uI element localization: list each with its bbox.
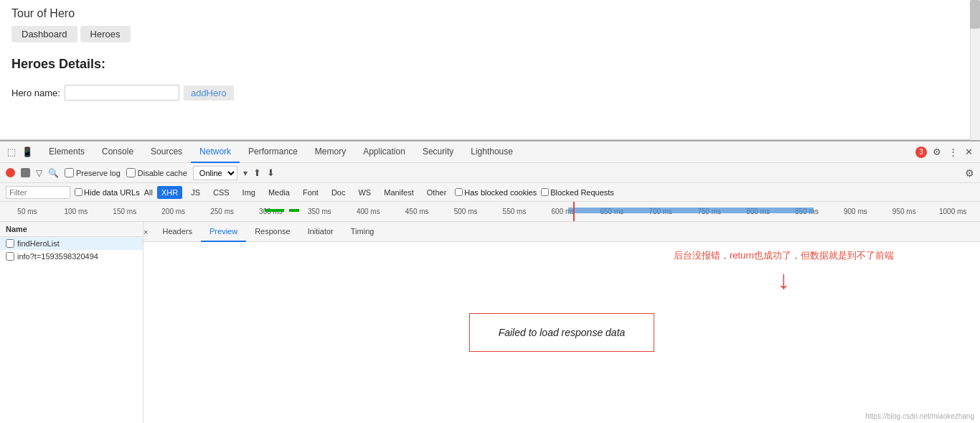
footer-url: https://blog.csdn.net/miaokezhang (865, 412, 974, 420)
tab-memory[interactable]: Memory (306, 141, 354, 163)
tl-950ms: 950 ms (880, 208, 928, 215)
devtools-panel: ⬚ 📱 Elements Console Sources Network Per… (0, 140, 980, 423)
preserve-log-checkbox[interactable] (65, 168, 74, 177)
more-icon[interactable]: ⋮ (947, 147, 958, 158)
hide-data-urls-checkbox[interactable] (75, 188, 83, 196)
preview-tab-timing[interactable]: Timing (342, 222, 383, 242)
devtools-topbar: ⬚ 📱 Elements Console Sources Network Per… (0, 141, 980, 163)
tl-300ms: 300 ms (247, 208, 296, 215)
filter-media[interactable]: Media (264, 186, 294, 199)
req-name-info: info?t=1593598320494 (17, 252, 98, 261)
request-item-info[interactable]: info?t=1593598320494 (0, 250, 143, 263)
hide-data-urls-checkbox-label: Hide data URLs (75, 188, 140, 197)
disable-cache-checkbox[interactable] (126, 168, 136, 177)
record-button[interactable] (6, 168, 15, 177)
tab-security[interactable]: Security (414, 141, 462, 163)
tab-network[interactable]: Network (191, 141, 240, 163)
preview-tab-initiator[interactable]: Initiator (299, 222, 342, 242)
scrollbar-thumb[interactable] (970, 0, 980, 29)
error-message: Failed to load response data (499, 327, 626, 338)
heroes-button[interactable]: Heroes (80, 26, 131, 42)
preview-close-icon[interactable]: × (143, 228, 148, 236)
tl-800ms: 800 ms (734, 208, 783, 215)
request-item-findherolist[interactable]: findHeroList (0, 237, 143, 250)
tab-elements[interactable]: Elements (40, 141, 93, 163)
disable-cache-label: Disable cache (126, 168, 187, 177)
preview-tab-response[interactable]: Response (246, 222, 299, 242)
preview-tabs: × Headers Preview Response Initiator Tim… (143, 222, 980, 242)
filter-other[interactable]: Other (423, 186, 451, 199)
tl-200ms: 200 ms (149, 208, 198, 215)
tl-150ms: 150 ms (100, 208, 149, 215)
devtools-left-icons: ⬚ 📱 (6, 147, 33, 158)
timeline-labels: 50 ms 100 ms 150 ms 200 ms 250 ms 300 ms… (0, 202, 980, 221)
req-name-findherolist: findHeroList (17, 239, 60, 248)
network-settings-icon[interactable]: ⚙ (965, 167, 974, 179)
dashboard-button[interactable]: Dashboard (11, 26, 77, 42)
app-title: Tour of Hero (11, 7, 969, 20)
error-badge: 3 (915, 147, 927, 158)
preview-tab-preview[interactable]: Preview (201, 222, 246, 242)
throttle-select[interactable]: Online (193, 166, 237, 180)
tl-1000ms: 1000 ms (928, 208, 977, 215)
settings-icon[interactable]: ⚙ (931, 147, 943, 158)
hero-form: Hero name: addHero (11, 85, 969, 101)
close-devtools-icon[interactable]: ✕ (963, 147, 974, 158)
devtools-right-icons: 3 ⚙ ⋮ ✕ (915, 147, 974, 158)
filter-manifest[interactable]: Manifest (380, 186, 418, 199)
preview-tab-headers[interactable]: Headers (154, 222, 201, 242)
clear-button[interactable] (21, 168, 30, 177)
upload-icon[interactable]: ⬆ (253, 167, 261, 178)
request-list-header: Name (0, 222, 143, 237)
tl-850ms: 850 ms (783, 208, 831, 215)
tl-400ms: 400 ms (344, 208, 392, 215)
scrollbar (970, 0, 980, 140)
filter-img[interactable]: Img (238, 186, 260, 199)
inspect-icon[interactable]: ⬚ (6, 147, 17, 158)
has-blocked-cookies-label: Has blocked cookies (455, 188, 537, 197)
device-icon[interactable]: 📱 (22, 147, 33, 158)
filter-doc[interactable]: Doc (327, 186, 350, 199)
tl-250ms: 250 ms (198, 208, 247, 215)
filter-input[interactable] (6, 186, 70, 199)
filter-ws[interactable]: WS (354, 186, 375, 199)
annotation-arrow: ↓ (674, 265, 894, 295)
tab-sources[interactable]: Sources (142, 141, 191, 163)
tab-performance[interactable]: Performance (240, 141, 306, 163)
hero-name-input[interactable] (65, 85, 179, 101)
nav-buttons: Dashboard Heroes (11, 26, 969, 42)
throttle-down-icon[interactable]: ▾ (243, 168, 248, 178)
tab-application[interactable]: Application (354, 141, 414, 163)
tl-900ms: 900 ms (831, 208, 880, 215)
page-heading: Heroes Details: (11, 57, 969, 72)
tl-700ms: 700 ms (636, 208, 685, 215)
devtools-tabs: Elements Console Sources Network Perform… (40, 141, 915, 163)
filter-css[interactable]: CSS (209, 186, 234, 199)
filter-icon[interactable]: ▽ (36, 168, 42, 178)
req-checkbox-info[interactable] (6, 252, 14, 261)
timeline-bar: 50 ms 100 ms 150 ms 200 ms 250 ms 300 ms… (0, 202, 980, 222)
download-icon[interactable]: ⬇ (267, 167, 275, 178)
search-icon[interactable]: 🔍 (48, 168, 59, 178)
annotation: 后台没报错，return也成功了，但数据就是到不了前端 ↓ (674, 249, 894, 295)
tl-450ms: 450 ms (392, 208, 441, 215)
tab-lighthouse[interactable]: Lighthouse (462, 141, 522, 163)
filter-js[interactable]: JS (187, 186, 204, 199)
preserve-log-label: Preserve log (65, 168, 121, 177)
has-blocked-cookies-checkbox[interactable] (455, 188, 463, 196)
preview-panel: × Headers Preview Response Initiator Tim… (143, 222, 980, 423)
tab-console[interactable]: Console (93, 141, 142, 163)
req-checkbox-findherolist[interactable] (6, 239, 14, 248)
blocked-requests-checkbox[interactable] (541, 188, 549, 196)
error-box: Failed to load response data (469, 313, 655, 352)
hero-name-label: Hero name: (11, 88, 60, 98)
add-hero-button[interactable]: addHero (184, 85, 234, 101)
tl-600ms: 600 ms (539, 208, 588, 215)
tl-350ms: 350 ms (295, 208, 344, 215)
filter-font[interactable]: Font (298, 186, 323, 199)
preview-content: 后台没报错，return也成功了，但数据就是到不了前端 ↓ Failed to … (143, 242, 980, 423)
app-area: Tour of Hero Dashboard Heroes Heroes Det… (0, 0, 980, 140)
tl-750ms: 750 ms (685, 208, 734, 215)
filter-all[interactable]: All (144, 188, 153, 197)
filter-xhr[interactable]: XHR (157, 186, 182, 199)
